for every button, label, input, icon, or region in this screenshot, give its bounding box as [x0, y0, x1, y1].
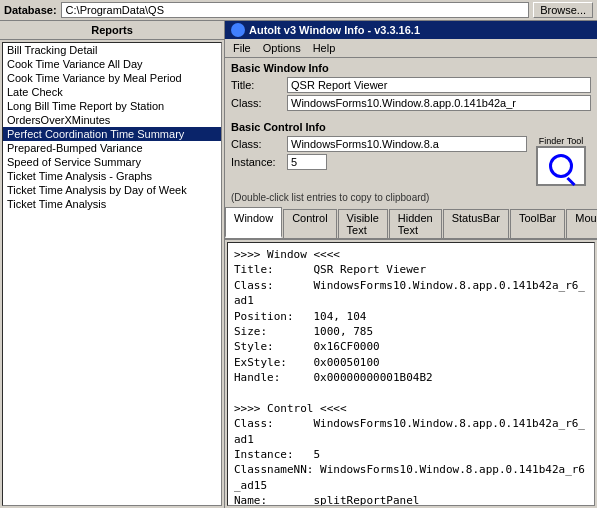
report-item[interactable]: Late Check	[3, 85, 221, 99]
tab-window[interactable]: Window	[225, 207, 282, 238]
control-class-input[interactable]	[287, 136, 527, 152]
report-item[interactable]: Cook Time Variance by Meal Period	[3, 71, 221, 85]
finder-label: Finder Tool	[539, 136, 583, 146]
class-input[interactable]	[287, 95, 591, 111]
report-item[interactable]: Ticket Time Analysis - Graphs	[3, 169, 221, 183]
left-panel: Reports Bill Tracking DetailCook Time Va…	[0, 21, 225, 508]
top-bar: Database: Browse...	[0, 0, 597, 21]
instance-input[interactable]	[287, 154, 327, 170]
title-label: Title:	[231, 79, 283, 91]
database-path-input[interactable]	[61, 2, 530, 18]
database-label: Database:	[4, 4, 57, 16]
instance-row: Instance:	[231, 154, 527, 170]
report-item[interactable]: Ticket Time Analysis by Day of Week	[3, 183, 221, 197]
control-class-row: Class:	[231, 136, 527, 152]
right-panel: AutoIt v3 Window Info - v3.3.16.1 FileOp…	[225, 21, 597, 508]
window-icon	[231, 23, 245, 37]
report-item[interactable]: Prepared-Bumped Variance	[3, 141, 221, 155]
control-class-label: Class:	[231, 138, 283, 150]
basic-control-section: Class: Instance: Finder Tool	[231, 136, 591, 186]
tab-control[interactable]: Control	[283, 209, 336, 238]
finder-circle-icon	[549, 154, 573, 178]
window-title-bar: AutoIt v3 Window Info - v3.3.16.1	[225, 21, 597, 39]
instance-label: Instance:	[231, 156, 283, 168]
report-item[interactable]: Bill Tracking Detail	[3, 43, 221, 57]
reports-list: Bill Tracking DetailCook Time Variance A…	[2, 42, 222, 506]
content-area[interactable]: >>>> Window <<<< Title: QSR Report Viewe…	[227, 242, 595, 506]
basic-window-info-panel: Basic Window Info Title: Class:	[225, 58, 597, 117]
finder-tool: Finder Tool	[531, 136, 591, 186]
tab-hidden-text[interactable]: Hidden Text	[389, 209, 442, 238]
menu-bar: FileOptionsHelp	[225, 39, 597, 58]
report-item[interactable]: OrdersOverXMinutes	[3, 113, 221, 127]
report-item[interactable]: Speed of Service Summary	[3, 155, 221, 169]
menu-item-options[interactable]: Options	[257, 40, 307, 56]
class-label: Class:	[231, 97, 283, 109]
title-input[interactable]	[287, 77, 591, 93]
tab-statusbar[interactable]: StatusBar	[443, 209, 509, 238]
tab-mouse[interactable]: Mouse	[566, 209, 597, 238]
class-row: Class:	[231, 95, 591, 111]
basic-control-left: Class: Instance:	[231, 136, 527, 186]
tabs-bar: WindowControlVisible TextHidden TextStat…	[225, 205, 597, 240]
browse-button[interactable]: Browse...	[533, 2, 593, 18]
report-item[interactable]: Ticket Time Analysis	[3, 197, 221, 211]
window-title-text: AutoIt v3 Window Info - v3.3.16.1	[249, 24, 420, 36]
hint-text: (Double-click list entries to copy to cl…	[231, 192, 591, 203]
menu-item-help[interactable]: Help	[307, 40, 342, 56]
finder-box[interactable]	[536, 146, 586, 186]
basic-window-info-title: Basic Window Info	[231, 62, 591, 74]
report-item[interactable]: Cook Time Variance All Day	[3, 57, 221, 71]
report-item[interactable]: Perfect Coordination Time Summary	[3, 127, 221, 141]
report-item[interactable]: Long Bill Time Report by Station	[3, 99, 221, 113]
tab-visible-text[interactable]: Visible Text	[338, 209, 388, 238]
basic-control-info-panel: Basic Control Info Class: Instance: Find…	[225, 117, 597, 190]
content-text: >>>> Window <<<< Title: QSR Report Viewe…	[234, 247, 588, 506]
reports-title: Reports	[0, 21, 224, 40]
title-row: Title:	[231, 77, 591, 93]
basic-control-info-title: Basic Control Info	[231, 121, 591, 133]
main-layout: Reports Bill Tracking DetailCook Time Va…	[0, 21, 597, 508]
tab-toolbar[interactable]: ToolBar	[510, 209, 565, 238]
menu-item-file[interactable]: File	[227, 40, 257, 56]
